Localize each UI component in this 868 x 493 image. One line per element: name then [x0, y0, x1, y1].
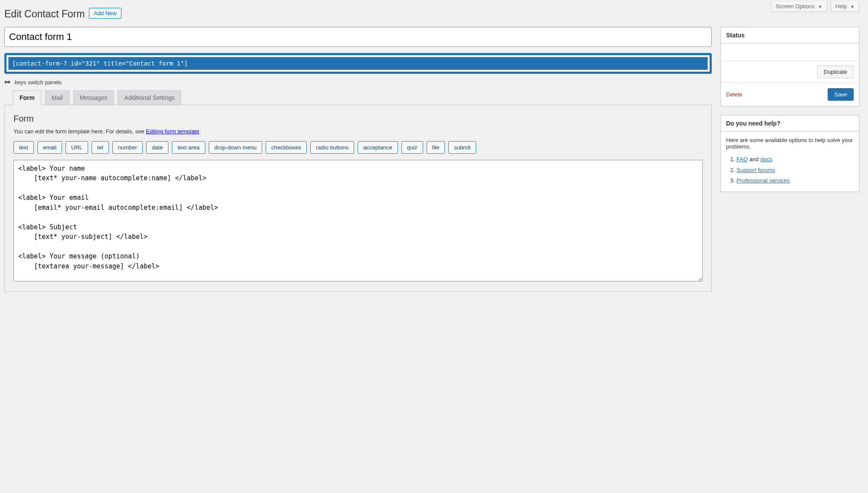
- tag-number-button[interactable]: number: [112, 141, 143, 154]
- tag-file-button[interactable]: file: [427, 141, 445, 154]
- keys-hint-text: keys switch panels: [15, 79, 62, 86]
- help-intro: Here are some available options to help …: [726, 137, 854, 150]
- help-box: Do you need help? Here are some availabl…: [720, 115, 859, 192]
- tabs-nav: Form Mail Messages Additional Settings: [13, 90, 712, 105]
- page-title: Edit Contact Form: [4, 4, 85, 22]
- help-button[interactable]: Help ▼: [831, 2, 859, 12]
- tag-quiz-button[interactable]: quiz: [401, 141, 423, 154]
- professional-services-link[interactable]: Professional services: [736, 177, 790, 184]
- faq-link[interactable]: FAQ: [736, 156, 748, 162]
- tag-checkboxes-button[interactable]: checkboxes: [266, 141, 307, 154]
- chevron-down-icon: ▼: [818, 4, 822, 9]
- status-box: Status Duplicate Delete Save: [720, 27, 859, 106]
- screen-options-button[interactable]: Screen Options ▼: [771, 2, 827, 12]
- docs-link[interactable]: docs: [760, 156, 772, 162]
- save-button[interactable]: Save: [828, 88, 854, 101]
- panel-heading: Form: [13, 114, 703, 124]
- tag-radio-button[interactable]: radio buttons: [310, 141, 354, 154]
- shortcode-input[interactable]: [8, 57, 708, 70]
- support-forums-link[interactable]: Support forums: [736, 167, 775, 173]
- status-heading: Status: [721, 27, 859, 43]
- tag-tel-button[interactable]: tel: [92, 141, 109, 154]
- form-title-input[interactable]: [4, 27, 712, 47]
- shortcode-highlight: [4, 53, 712, 74]
- tab-mail[interactable]: Mail: [45, 90, 69, 105]
- keyboard-hint: keys switch panels: [4, 79, 712, 86]
- tab-messages[interactable]: Messages: [73, 90, 114, 105]
- add-new-button[interactable]: Add New: [89, 8, 122, 19]
- tag-submit-button[interactable]: submit: [448, 141, 476, 154]
- tag-url-button[interactable]: URL: [66, 141, 88, 154]
- tab-additional-settings[interactable]: Additional Settings: [118, 90, 181, 105]
- list-item: Support forums: [736, 165, 854, 176]
- tag-date-button[interactable]: date: [146, 141, 168, 154]
- tag-email-button[interactable]: email: [37, 141, 62, 154]
- editing-template-link[interactable]: Editing form template: [146, 128, 199, 135]
- list-item: FAQ and docs: [736, 154, 854, 165]
- tag-generator-toolbar: text email URL tel number date text area…: [13, 141, 703, 154]
- form-panel: Form You can edit the form template here…: [4, 105, 712, 292]
- tab-form[interactable]: Form: [13, 90, 41, 105]
- tag-acceptance-button[interactable]: acceptance: [358, 141, 398, 154]
- duplicate-button[interactable]: Duplicate: [817, 66, 854, 78]
- tag-textarea-button[interactable]: text area: [172, 141, 205, 154]
- panel-legend: You can edit the form template here. For…: [13, 128, 703, 135]
- left-right-arrow-icon: [4, 79, 10, 86]
- help-heading: Do you need help?: [721, 116, 859, 132]
- form-template-textarea[interactable]: <label> Your name [text* your-name autoc…: [13, 160, 703, 281]
- list-item: Professional services: [736, 175, 854, 186]
- help-label: Help: [835, 3, 847, 10]
- chevron-down-icon: ▼: [850, 4, 855, 9]
- screen-options-label: Screen Options: [776, 3, 815, 10]
- tag-dropdown-button[interactable]: drop-down menu: [209, 141, 263, 154]
- tag-text-button[interactable]: text: [13, 141, 34, 154]
- delete-link[interactable]: Delete: [726, 91, 743, 98]
